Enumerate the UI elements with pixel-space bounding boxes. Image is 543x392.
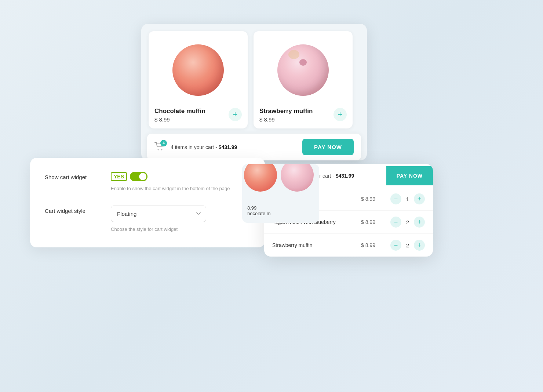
cart-item-price-0: $ 8.99: [361, 196, 383, 202]
product-price-chocolate: $ 8.99: [154, 116, 242, 123]
product-card-strawberry: Strawberry muffin $ 8.99 +: [254, 31, 353, 128]
qty-num-1: 2: [405, 219, 410, 225]
qty-num-0: 1: [405, 196, 410, 202]
bg-scoop-left: [244, 164, 277, 192]
add-to-cart-chocolate[interactable]: +: [229, 108, 242, 121]
qty-controls-1: − 2 +: [390, 217, 425, 228]
bg-product-price1: 8.99: [247, 205, 256, 216]
qty-minus-1[interactable]: −: [390, 217, 401, 228]
settings-panel: Show cart widget YES Enable to show the …: [30, 158, 265, 247]
product-image-strawberry: [259, 37, 347, 103]
cart-panel-amount: $431.99: [336, 173, 354, 179]
product-card-chocolate: Chocolate muffin $ 8.99 +: [149, 31, 248, 128]
floating-cart-bar-top: 4 4 items in your cart - $431.99 PAY NOW: [147, 134, 361, 160]
style-dropdown-wrap: Floating Fixed Drawer: [111, 206, 250, 222]
scoop-illustration-strawberry: [277, 44, 329, 96]
toggle-knob: [139, 173, 146, 180]
cart-item-name-2: Strawberry muffin: [272, 242, 361, 248]
cart-icon-wrap-top: 4: [154, 142, 165, 152]
cart-widget-style-label: Cart widget style: [45, 206, 111, 214]
cart-text-label: 4 items in your cart -: [171, 144, 219, 150]
cart-badge-top: 4: [160, 140, 167, 146]
pay-now-button-expanded[interactable]: PAY NOW: [386, 166, 433, 185]
pay-now-button-top[interactable]: PAY NOW: [302, 139, 354, 155]
product-price-strawberry: $ 8.99: [259, 116, 347, 123]
qty-controls-2: − 2 +: [390, 240, 425, 251]
svg-point-1: [161, 149, 163, 150]
qty-controls-0: − 1 +: [390, 193, 425, 204]
qty-minus-0[interactable]: −: [390, 193, 401, 204]
show-cart-widget-control: YES Enable to show the cart widget in th…: [111, 172, 250, 192]
scoop-illustration-chocolate: [172, 44, 224, 96]
cart-item-price-1: $ 8.99: [361, 219, 383, 225]
add-to-cart-strawberry[interactable]: +: [334, 108, 347, 121]
qty-plus-2[interactable]: +: [414, 240, 425, 251]
cart-style-select[interactable]: Floating Fixed Drawer: [111, 206, 206, 222]
top-product-panel: Chocolate muffin $ 8.99 + Strawberry muf…: [141, 24, 367, 160]
product-image-chocolate: [154, 37, 242, 103]
toggle-wrap: YES: [111, 172, 250, 181]
cart-summary-text-top: 4 items in your cart - $431.99: [171, 144, 302, 150]
cart-style-hint: Choose the style for cart widget: [111, 226, 250, 233]
cart-widget-style-control: Floating Fixed Drawer Choose the style f…: [111, 206, 250, 233]
qty-plus-0[interactable]: +: [414, 193, 425, 204]
cart-widget-style-row: Cart widget style Floating Fixed Drawer …: [45, 206, 250, 233]
bg-scoop-right: [281, 164, 314, 192]
show-cart-widget-row: Show cart widget YES Enable to show the …: [45, 172, 250, 192]
toggle-yes-label: YES: [111, 172, 127, 181]
cart-amount-top: $431.99: [219, 144, 237, 150]
show-cart-widget-label: Show cart widget: [45, 172, 111, 180]
bg-product-strip: hocolate m 8.99: [242, 164, 319, 223]
product-cards-row: Chocolate muffin $ 8.99 + Strawberry muf…: [149, 31, 360, 128]
cart-item-2: Strawberry muffin $ 8.99 − 2 +: [264, 234, 433, 257]
qty-num-2: 2: [405, 242, 410, 248]
qty-plus-1[interactable]: +: [414, 217, 425, 228]
qty-minus-2[interactable]: −: [390, 240, 401, 251]
show-cart-toggle[interactable]: [130, 172, 147, 181]
show-cart-hint: Enable to show the cart widget in the bo…: [111, 185, 250, 192]
cart-item-price-2: $ 8.99: [361, 242, 383, 248]
svg-point-0: [158, 149, 159, 150]
